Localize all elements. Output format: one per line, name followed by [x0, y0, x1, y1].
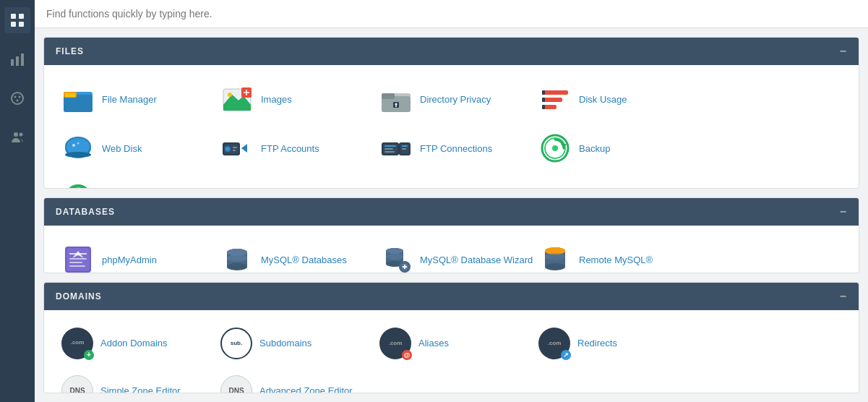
item-web-disk[interactable]: Web Disk [56, 127, 215, 169]
search-bar [35, 0, 868, 28]
addon-domains-icon: .com + [61, 328, 93, 359]
backup-icon [538, 132, 572, 165]
item-simple-zone-editor[interactable]: DNS ✓ Simple Zone Editor [56, 371, 215, 393]
section-body-domains: .com + Addon Domains sub. Subdomains .co… [44, 310, 859, 393]
item-advanced-zone-editor[interactable]: DNS ✎ Advanced Zone Editor [215, 371, 374, 393]
svg-marker-48 [241, 144, 247, 153]
subdomains-icon: sub. [220, 328, 252, 359]
ftp-connections-label: FTP Connections [420, 143, 492, 154]
svg-point-12 [20, 133, 23, 137]
svg-point-84 [386, 254, 403, 260]
remote-mysql-label: Remote MySQL® [579, 255, 653, 265]
svg-point-45 [226, 147, 229, 150]
svg-rect-53 [384, 151, 395, 153]
section-title-files: FILES [56, 46, 84, 56]
svg-rect-35 [542, 105, 545, 109]
svg-point-9 [19, 96, 21, 98]
svg-point-79 [227, 255, 247, 262]
backup-wizard-icon [61, 181, 95, 189]
remote-mysql-icon [538, 243, 572, 273]
section-header-files: FILES − [44, 38, 859, 65]
item-redirects[interactable]: .com ↗ Redirects [533, 323, 692, 364]
web-disk-label: Web Disk [102, 143, 142, 154]
item-directory-privacy[interactable]: Directory Privacy [374, 78, 533, 120]
item-backup-wizard[interactable]: Backup Wizard [56, 176, 215, 189]
item-aliases[interactable]: .com @ Aliases [374, 323, 533, 364]
images-icon [220, 82, 254, 116]
section-databases: DATABASES − phpMyAdmin [43, 197, 859, 273]
redirects-icon: .com ↗ [538, 328, 570, 359]
svg-rect-26 [382, 93, 395, 99]
phpmyadmin-label: phpMyAdmin [102, 255, 157, 265]
section-domains: DOMAINS − .com + Addon Domains sub. Subd… [43, 282, 859, 393]
section-body-files: File Manager Images [44, 65, 859, 189]
svg-rect-47 [233, 150, 236, 151]
item-remote-mysql[interactable]: Remote MySQL® [533, 239, 692, 273]
section-body-databases: phpMyAdmin MySQL® Databases [44, 226, 859, 273]
svg-rect-1 [19, 14, 24, 19]
svg-rect-3 [19, 22, 24, 27]
aliases-icon: .com @ [379, 328, 411, 359]
item-mysql-databases[interactable]: MySQL® Databases [215, 239, 374, 273]
svg-point-95 [545, 253, 565, 260]
item-ftp-accounts[interactable]: FTP Accounts [215, 127, 374, 169]
images-label: Images [261, 94, 292, 105]
item-addon-domains[interactable]: .com + Addon Domains [56, 323, 215, 364]
sidebar-icon-chart[interactable] [4, 46, 30, 72]
svg-rect-73 [69, 262, 82, 263]
item-ftp-connections[interactable]: FTP Connections [374, 127, 533, 169]
svg-point-20 [228, 93, 232, 97]
svg-rect-5 [16, 56, 19, 66]
sidebar-icon-grid[interactable] [4, 7, 30, 33]
svg-rect-72 [69, 258, 87, 260]
item-mysql-database-wizard[interactable]: MySQL® Database Wizard [374, 239, 533, 273]
svg-rect-56 [402, 145, 408, 147]
svg-rect-33 [542, 90, 545, 95]
svg-point-61 [552, 145, 558, 151]
svg-point-39 [72, 144, 75, 147]
svg-rect-57 [402, 148, 406, 150]
svg-rect-46 [233, 147, 237, 148]
search-input[interactable] [46, 8, 856, 20]
simple-zone-editor-icon: DNS ✓ [61, 375, 93, 393]
svg-rect-4 [11, 59, 14, 66]
collapse-icon-databases[interactable]: − [840, 205, 847, 218]
svg-rect-74 [69, 265, 85, 267]
svg-point-7 [12, 93, 23, 104]
advanced-zone-editor-icon: DNS ✎ [220, 375, 252, 393]
item-subdomains[interactable]: sub. Subdomains [215, 323, 374, 364]
file-manager-icon [61, 82, 95, 116]
svg-rect-0 [11, 14, 16, 19]
svg-point-40 [77, 142, 80, 145]
simple-zone-editor-label: Simple Zone Editor [100, 385, 181, 393]
item-backup[interactable]: Backup [533, 127, 692, 169]
svg-rect-16 [65, 93, 75, 97]
svg-rect-6 [21, 54, 24, 66]
subdomains-label: Subdomains [259, 338, 311, 348]
svg-rect-2 [11, 22, 16, 27]
sidebar-icon-users[interactable] [4, 124, 30, 150]
item-images[interactable]: Images [215, 78, 374, 120]
item-phpmyadmin[interactable]: phpMyAdmin [56, 239, 215, 273]
collapse-icon-domains[interactable]: − [840, 290, 847, 303]
sidebar-icon-palette[interactable] [4, 85, 30, 111]
svg-rect-52 [384, 148, 393, 150]
ftp-connections-icon [379, 132, 413, 165]
file-manager-label: File Manager [102, 94, 157, 105]
aliases-label: Aliases [418, 338, 449, 348]
item-file-manager[interactable]: File Manager [56, 78, 215, 120]
mysql-databases-icon [220, 243, 254, 273]
phpmyadmin-icon [61, 243, 95, 273]
collapse-icon-files[interactable]: − [840, 45, 847, 58]
backup-label: Backup [579, 143, 610, 154]
mysql-database-wizard-icon [379, 243, 413, 273]
item-disk-usage[interactable]: Disk Usage [533, 78, 692, 120]
disk-usage-icon [538, 82, 572, 116]
section-files: FILES − File Manager [43, 37, 859, 189]
svg-point-62 [65, 184, 91, 189]
svg-rect-30 [542, 90, 568, 95]
main-content: FILES − File Manager [35, 0, 868, 402]
addon-domains-label: Addon Domains [100, 338, 168, 348]
svg-point-83 [386, 248, 403, 254]
svg-rect-34 [542, 98, 545, 102]
